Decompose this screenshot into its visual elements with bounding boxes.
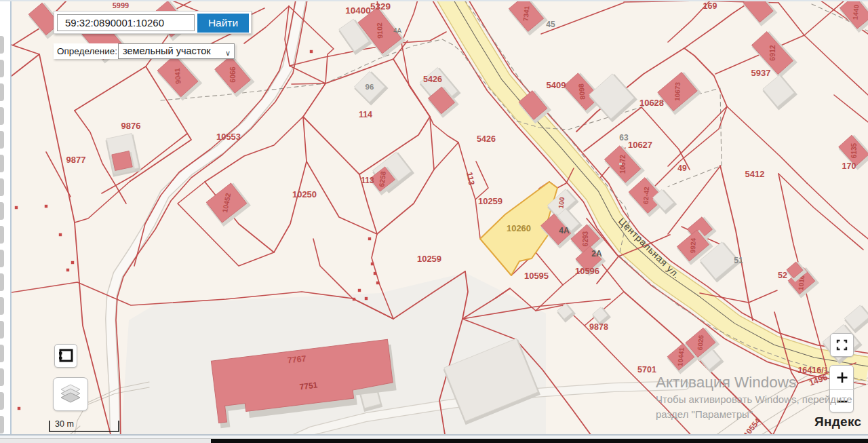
svg-text:6066: 6066 — [229, 66, 237, 83]
svg-text:5412: 5412 — [745, 169, 765, 179]
svg-text:9102: 9102 — [375, 22, 384, 39]
svg-text:10596: 10596 — [575, 266, 599, 276]
svg-text:9041: 9041 — [173, 68, 182, 84]
svg-text:169: 169 — [703, 1, 717, 11]
svg-text:7767: 7767 — [287, 354, 307, 366]
svg-text:170: 170 — [842, 161, 856, 171]
svg-text:5426: 5426 — [423, 75, 442, 84]
svg-text:62-42: 62-42 — [642, 187, 650, 205]
svg-text:4A: 4A — [559, 226, 570, 235]
svg-text:4A: 4A — [393, 27, 402, 35]
svg-text:6912: 6912 — [768, 45, 776, 61]
svg-text:113: 113 — [361, 176, 374, 185]
svg-text:6293: 6293 — [582, 231, 589, 246]
svg-text:49: 49 — [677, 163, 687, 173]
svg-text:6135: 6135 — [850, 142, 858, 158]
svg-text:9877: 9877 — [66, 155, 86, 165]
svg-text:10259: 10259 — [478, 196, 502, 206]
svg-text:6026: 6026 — [696, 334, 705, 351]
svg-text:52: 52 — [778, 271, 787, 280]
svg-text:7341: 7341 — [522, 5, 531, 22]
svg-text:100: 100 — [557, 197, 566, 209]
svg-text:5329: 5329 — [370, 1, 391, 12]
svg-text:10627: 10627 — [628, 140, 652, 150]
svg-text:9924: 9924 — [689, 237, 697, 253]
svg-text:5426: 5426 — [477, 134, 496, 144]
svg-text:51: 51 — [734, 256, 743, 265]
svg-text:96: 96 — [366, 83, 374, 91]
svg-text:63: 63 — [619, 133, 629, 142]
svg-text:10400: 10400 — [345, 5, 371, 16]
svg-text:9878: 9878 — [589, 322, 608, 332]
svg-text:5409: 5409 — [547, 80, 566, 90]
svg-text:45: 45 — [546, 20, 555, 29]
svg-text:9876: 9876 — [121, 121, 141, 131]
svg-text:5999: 5999 — [113, 1, 129, 9]
svg-text:10628: 10628 — [639, 98, 664, 108]
svg-text:10260: 10260 — [507, 223, 531, 233]
svg-text:10595: 10595 — [524, 271, 549, 281]
svg-text:10259: 10259 — [417, 254, 441, 264]
svg-text:5937: 5937 — [751, 68, 771, 78]
svg-text:10250: 10250 — [292, 189, 317, 199]
svg-text:2A: 2A — [591, 249, 602, 258]
svg-text:10553: 10553 — [216, 132, 241, 142]
svg-text:1440: 1440 — [852, 4, 861, 20]
svg-text:5701: 5701 — [637, 365, 656, 374]
svg-text:10673: 10673 — [673, 81, 682, 101]
svg-text:114: 114 — [359, 110, 372, 119]
